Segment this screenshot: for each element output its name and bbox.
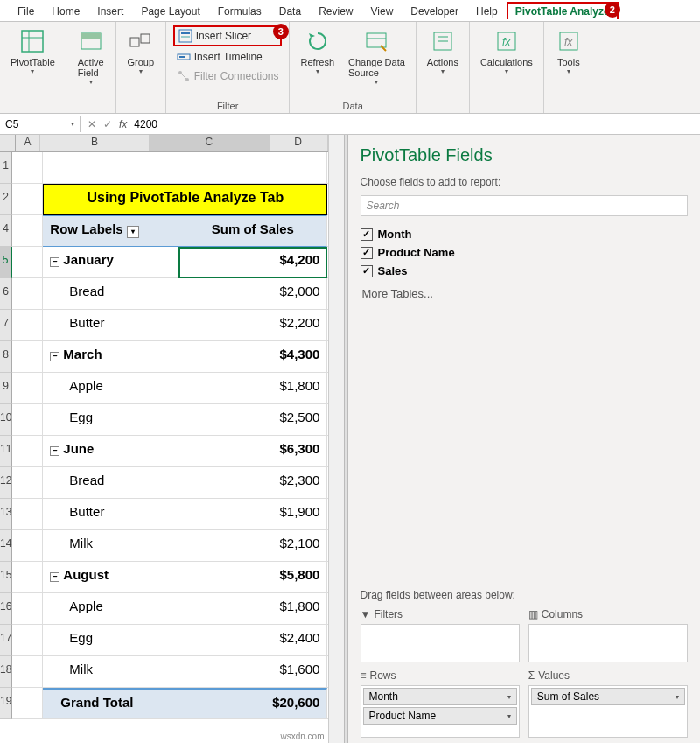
row-header[interactable]: 19 <box>0 688 12 719</box>
pivot-row-value[interactable]: $4,300 <box>178 341 327 373</box>
area-row-item[interactable]: Month▾ <box>363 688 517 705</box>
name-box[interactable]: C5▾ <box>0 116 80 132</box>
area-row-item[interactable]: Product Name▾ <box>363 707 517 725</box>
pivot-row-label[interactable]: Apple <box>43 373 178 404</box>
pivot-row-label[interactable]: Butter <box>43 499 178 530</box>
pivot-row-label[interactable]: Bread <box>43 278 178 310</box>
pivot-row-value[interactable]: $6,300 <box>178 436 327 467</box>
row-header[interactable]: 5 <box>0 247 12 278</box>
grand-total-value[interactable]: $20,600 <box>178 688 327 719</box>
pivot-row-value[interactable]: $2,500 <box>178 404 327 436</box>
row-header[interactable]: 13 <box>0 499 12 530</box>
row-header[interactable]: 9 <box>0 373 12 404</box>
row-header[interactable]: 16 <box>0 593 12 625</box>
insert-timeline-button[interactable]: Insert Timeline <box>173 48 283 66</box>
col-header-b[interactable]: B <box>40 135 150 151</box>
collapse-icon[interactable]: − <box>50 352 60 361</box>
pivot-row-label[interactable]: −August <box>43 562 178 593</box>
pivot-row-value[interactable]: $2,400 <box>178 625 327 656</box>
pivot-row-label[interactable]: −January <box>43 247 178 278</box>
tab-home[interactable]: Home <box>43 2 88 20</box>
fx-icon[interactable]: fx <box>119 118 127 130</box>
checkbox-icon[interactable]: ✓ <box>360 247 373 259</box>
pivot-row-value[interactable]: $2,300 <box>178 467 327 499</box>
checkbox-icon[interactable]: ✓ <box>360 228 373 241</box>
pivot-row-labels-header[interactable]: Row Labels▾ <box>43 215 178 247</box>
row-header[interactable]: 8 <box>0 341 12 373</box>
tab-pivottable-analyze[interactable]: PivotTable Analyze 2 <box>507 2 619 19</box>
col-header-d[interactable]: D <box>270 135 328 151</box>
pivot-row-value[interactable]: $2,000 <box>178 278 327 310</box>
fields-search-input[interactable]: Search <box>360 195 689 216</box>
vertical-scrollbar[interactable] <box>328 135 344 743</box>
calculations-button[interactable]: fx Calculations▾ <box>477 25 536 77</box>
area-value-item[interactable]: Sum of Sales▾ <box>531 688 685 705</box>
pivot-row-value[interactable]: $1,900 <box>178 499 327 530</box>
area-values[interactable]: ΣValues Sum of Sales▾ <box>528 669 688 738</box>
pivot-row-value[interactable]: $1,800 <box>178 373 327 404</box>
pivot-row-value[interactable]: $1,800 <box>178 593 327 625</box>
row-header[interactable]: 15 <box>0 562 12 593</box>
row-header[interactable]: 18 <box>0 656 12 688</box>
tab-pagelayout[interactable]: Page Layout <box>132 2 208 20</box>
enter-icon[interactable]: ✓ <box>103 118 112 130</box>
collapse-icon[interactable]: − <box>50 572 60 582</box>
tab-developer[interactable]: Developer <box>402 2 467 20</box>
pivot-row-value[interactable]: $1,600 <box>178 656 327 688</box>
pivot-row-value[interactable]: $2,200 <box>178 310 327 341</box>
select-all-corner[interactable] <box>0 135 16 151</box>
row-header[interactable]: 4 <box>0 215 12 247</box>
pivot-values-header[interactable]: Sum of Sales <box>178 215 327 247</box>
collapse-icon[interactable]: − <box>50 446 60 456</box>
row-header[interactable]: 11 <box>0 436 12 467</box>
worksheet-grid[interactable]: A B C D 1 2 4 5 6 7 8 9 10 11 12 13 14 1… <box>0 135 328 743</box>
grand-total-label[interactable]: Grand Total <box>43 688 178 719</box>
row-header[interactable]: 6 <box>0 278 12 310</box>
pivot-row-label[interactable]: Butter <box>43 310 178 341</box>
row-header[interactable]: 2 <box>0 184 12 215</box>
pivot-row-value[interactable]: $2,100 <box>178 530 327 562</box>
pivot-row-label[interactable]: Egg <box>43 404 178 436</box>
col-header-a[interactable]: A <box>16 135 40 151</box>
pivot-row-label[interactable]: −June <box>43 436 178 467</box>
row-header[interactable]: 7 <box>0 310 12 341</box>
field-item-productname[interactable]: ✓Product Name <box>360 243 689 262</box>
tab-view[interactable]: View <box>362 2 402 20</box>
area-filters[interactable]: ▼Filters <box>360 608 520 662</box>
field-item-month[interactable]: ✓Month <box>360 225 689 243</box>
area-rows[interactable]: ≡Rows Month▾ Product Name▾ <box>360 669 520 738</box>
field-item-sales[interactable]: ✓Sales <box>360 262 689 280</box>
tab-file[interactable]: File <box>9 2 43 20</box>
cancel-icon[interactable]: ✕ <box>88 118 96 130</box>
filter-connections-button[interactable]: Filter Connections <box>173 67 283 85</box>
checkbox-icon[interactable]: ✓ <box>360 265 373 277</box>
area-columns[interactable]: ▥Columns <box>528 608 688 662</box>
active-field-button[interactable]: Active Field▾ <box>74 25 108 88</box>
row-header[interactable]: 1 <box>0 152 12 184</box>
formula-bar[interactable]: 4200 <box>134 118 158 130</box>
pivot-row-label[interactable]: Apple <box>43 593 178 625</box>
refresh-button[interactable]: Refresh▾ <box>297 25 338 77</box>
tools-button[interactable]: fx Tools▾ <box>551 25 586 77</box>
insert-slicer-button[interactable]: Insert Slicer <box>173 25 283 46</box>
col-header-c[interactable]: C <box>150 135 270 151</box>
tab-review[interactable]: Review <box>310 2 361 20</box>
row-header[interactable]: 10 <box>0 404 12 436</box>
filter-dropdown-icon[interactable]: ▾ <box>127 226 139 238</box>
pivot-row-label[interactable]: Bread <box>43 467 178 499</box>
tab-insert[interactable]: Insert <box>88 2 132 20</box>
pivot-row-value[interactable]: $5,800 <box>178 562 327 593</box>
collapse-icon[interactable]: − <box>50 257 60 267</box>
pivot-row-label[interactable]: Milk <box>43 656 178 688</box>
row-header[interactable]: 17 <box>0 625 12 656</box>
more-tables-link[interactable]: More Tables... <box>360 280 689 300</box>
tab-help[interactable]: Help <box>467 2 507 20</box>
pivot-row-label[interactable]: Milk <box>43 530 178 562</box>
group-button[interactable]: Group▾ <box>123 25 158 77</box>
row-header[interactable]: 14 <box>0 530 12 562</box>
pivot-row-label[interactable]: −March <box>43 341 178 373</box>
actions-button[interactable]: Actions▾ <box>424 25 462 77</box>
tab-data[interactable]: Data <box>270 2 310 20</box>
pivot-row-label[interactable]: Egg <box>43 625 178 656</box>
tab-formulas[interactable]: Formulas <box>209 2 270 20</box>
